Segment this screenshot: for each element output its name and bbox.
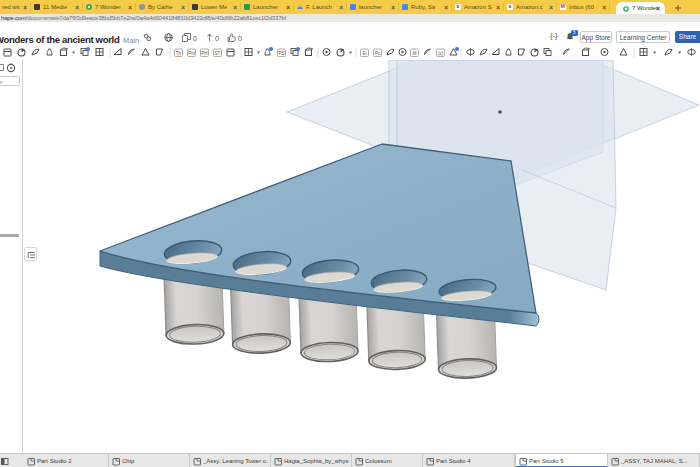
svg-text:(x): (x) xyxy=(438,51,444,56)
svg-text:ST: ST xyxy=(215,51,221,56)
svg-text:PH: PH xyxy=(201,51,207,56)
svg-text:Th: Th xyxy=(176,51,182,56)
svg-text:PS: PS xyxy=(278,51,284,56)
svg-text:Po: Po xyxy=(375,51,381,56)
svg-text:M: M xyxy=(413,51,417,56)
svg-text:Pm: Pm xyxy=(188,51,195,56)
svg-text:Ei: Ei xyxy=(362,51,366,56)
